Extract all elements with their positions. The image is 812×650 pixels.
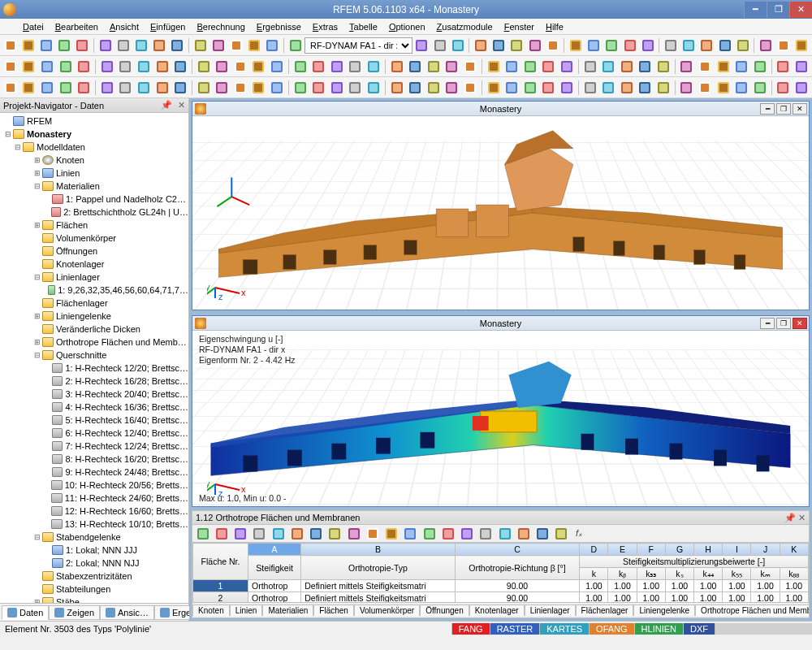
view-bottom-max[interactable]: ❐ (776, 318, 791, 329)
menu-einfügen[interactable]: Einfügen (145, 20, 190, 33)
tree-item[interactable]: ⊞Liniengelenke (0, 310, 188, 323)
nav-tab-daten[interactable]: Daten (2, 605, 49, 620)
toolbar-button[interactable] (132, 37, 149, 54)
toolbar-button[interactable] (732, 58, 750, 76)
toolbar-button[interactable] (2, 58, 19, 76)
toolbar-button[interactable] (365, 79, 382, 97)
tree-item[interactable]: 1: 9,26,32,35,46,56,60,64,71,7… (0, 284, 188, 297)
tree-item[interactable]: Veränderliche Dicken (0, 323, 188, 336)
toolbar-button[interactable] (250, 58, 268, 76)
toolbar-button[interactable] (558, 79, 576, 97)
view-bottom-min[interactable]: ━ (760, 318, 775, 329)
table-tab[interactable]: Linien (230, 604, 263, 616)
toolbar-button[interactable] (485, 79, 503, 97)
toolbar-button[interactable] (214, 79, 231, 97)
toolbar-button[interactable] (264, 37, 281, 54)
toolbar-button[interactable] (618, 79, 636, 97)
toolbar-button[interactable] (775, 37, 793, 54)
toolbar-button[interactable] (503, 79, 520, 97)
table-tab[interactable]: Materialien (262, 604, 313, 616)
toolbar-button[interactable] (406, 58, 424, 76)
toolbar-button[interactable] (431, 37, 448, 54)
toolbar-button[interactable] (485, 58, 503, 76)
tree-item[interactable]: ⊞Knoten (0, 154, 188, 167)
table-tb-button[interactable] (364, 525, 382, 543)
toolbar-button[interactable] (540, 79, 558, 97)
toolbar-button[interactable] (20, 79, 38, 97)
table-tb-button[interactable] (213, 525, 231, 543)
menu-bearbeiten[interactable]: Bearbeiten (50, 20, 103, 33)
table-tb-button[interactable] (345, 525, 363, 543)
toolbar-button[interactable] (715, 79, 732, 97)
toolbar-button[interactable] (715, 58, 732, 76)
toolbar-button[interactable] (716, 37, 733, 54)
table-tab[interactable]: Orthotrope Flächen und Membranen (695, 604, 809, 616)
toolbar-button[interactable] (581, 79, 599, 97)
toolbar-button[interactable] (38, 79, 56, 97)
toolbar-button[interactable] (775, 79, 793, 97)
toolbar-button[interactable] (413, 37, 430, 54)
toolbar-button[interactable] (680, 37, 698, 54)
toolbar-button[interactable] (603, 37, 620, 54)
toolbar-button[interactable] (114, 37, 132, 54)
table-tb-button[interactable] (307, 525, 325, 543)
snap-ofang[interactable]: OFANG (589, 623, 634, 635)
toolbar-button[interactable] (98, 58, 116, 76)
table-tab[interactable]: Knoten (192, 604, 230, 616)
table-tb-button[interactable] (458, 525, 476, 543)
toolbar-button[interactable] (75, 79, 93, 97)
table-tab[interactable]: Flächenlager (576, 604, 634, 616)
tree-item[interactable]: ⊞Orthotrope Flächen und Memb… (0, 336, 188, 349)
table-tb-button[interactable] (231, 525, 249, 543)
toolbar-button[interactable] (599, 79, 617, 97)
toolbar-button[interactable] (171, 79, 189, 97)
toolbar-button[interactable] (443, 58, 461, 76)
toolbar-button[interactable] (449, 37, 466, 54)
menu-tabelle[interactable]: Tabelle (344, 20, 382, 33)
toolbar-button[interactable] (151, 37, 168, 54)
toolbar-button[interactable] (734, 37, 751, 54)
tree-item[interactable]: ⊟Monastery (0, 128, 188, 141)
menu-berechnung[interactable]: Berechnung (192, 20, 249, 33)
toolbar-button[interactable] (195, 79, 213, 97)
toolbar-button[interactable] (365, 58, 382, 76)
toolbar-button[interactable] (98, 79, 116, 97)
toolbar-button[interactable] (388, 58, 406, 76)
toolbar-button[interactable] (443, 79, 461, 97)
toolbar-button[interactable] (347, 79, 365, 97)
table-tb-button[interactable] (288, 525, 306, 543)
table-tab[interactable]: Öffnungen (420, 604, 469, 616)
toolbar-button[interactable] (793, 79, 810, 97)
toolbar-button[interactable] (74, 37, 91, 54)
toolbar-button[interactable] (544, 37, 561, 54)
toolbar-button[interactable] (425, 79, 443, 97)
menu-extras[interactable]: Extras (308, 20, 343, 33)
toolbar-button[interactable] (654, 79, 672, 97)
tree-item[interactable]: 2: Lokal; NNN NJJ (0, 557, 188, 570)
toolbar-button[interactable] (581, 58, 599, 76)
data-table[interactable]: Fläche Nr.ABCDEFGHIJKSteifigkeitOrthotro… (192, 543, 809, 602)
tree-item[interactable]: 2: Brettschichtholz GL24h | U… (0, 206, 188, 219)
table-tb-button[interactable] (194, 525, 212, 543)
menu-datei[interactable]: Datei (18, 20, 49, 33)
snap-fang[interactable]: FANG (451, 623, 490, 635)
tree-item[interactable]: 4: H-Rechteck 16/36; Brettsc… (0, 401, 188, 414)
toolbar-button[interactable] (117, 79, 135, 97)
table-tb-button[interactable] (552, 525, 570, 543)
toolbar-button[interactable] (751, 79, 769, 97)
table-tab[interactable]: Liniengelenke (633, 604, 695, 616)
toolbar-button[interactable] (309, 79, 327, 97)
table-tb-button[interactable] (515, 525, 533, 543)
table-tab[interactable]: Linienlager (525, 604, 576, 616)
tree-item[interactable]: Öffnungen (0, 245, 188, 258)
toolbar-button[interactable] (526, 37, 543, 54)
toolbar-button[interactable] (231, 58, 249, 76)
toolbar-button[interactable] (97, 37, 114, 54)
table-tb-button[interactable] (401, 525, 419, 543)
snap-raster[interactable]: RASTER (490, 623, 540, 635)
table-tb-button[interactable] (382, 525, 400, 543)
toolbar-button[interactable] (775, 58, 793, 76)
tree-item[interactable]: Stabexzentrizitäten (0, 570, 188, 583)
maximize-button[interactable]: ❐ (767, 2, 789, 18)
toolbar-button[interactable] (2, 79, 19, 97)
